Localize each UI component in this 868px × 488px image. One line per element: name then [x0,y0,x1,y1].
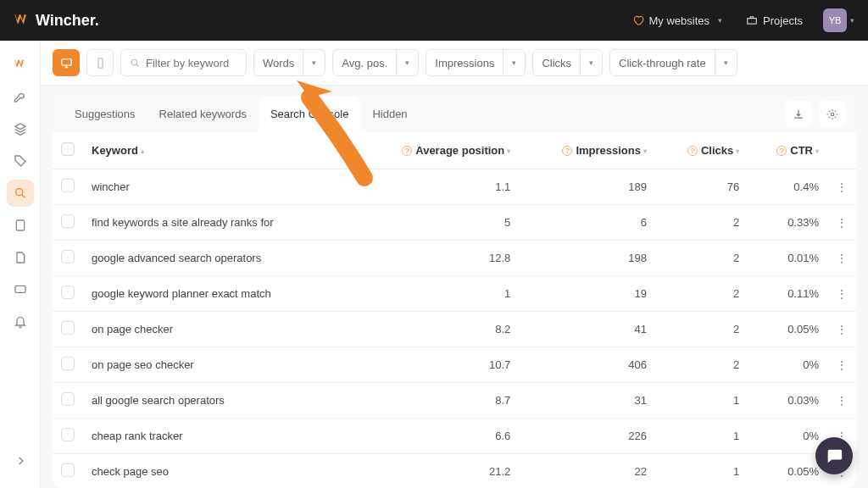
download-button[interactable] [785,101,812,128]
col-ctr[interactable]: ?CTR▾ [748,132,827,169]
row-checkbox[interactable] [61,321,75,335]
cell-ctr: 0.33% [748,205,827,241]
device-desktop-button[interactable] [53,49,80,76]
cell-ctr: 0% [748,347,827,383]
table-wrap: Keyword▴ ?Average position▾ ?Impressions… [53,132,856,488]
heart-icon [632,14,644,26]
col-keyword[interactable]: Keyword▴ [83,132,350,169]
rail-screen[interactable] [7,276,34,303]
svg-point-0 [15,189,22,196]
impressions-filter: Impressions▾ [426,49,526,76]
cell-avgpos: 8.2 [350,312,519,347]
cell-impressions: 226 [519,419,655,454]
row-menu-button[interactable]: ⋮ [827,312,856,347]
cell-clicks: 2 [655,347,748,383]
row-checkbox[interactable] [61,392,75,406]
cell-clicks: 1 [655,419,748,454]
tab-search-console[interactable]: Search Console [259,96,361,132]
words-filter-drop[interactable]: ▾ [303,50,325,75]
cell-keyword: on page seo checker [83,347,350,383]
tabs-row: Suggestions Related keywords Search Cons… [53,96,856,132]
rail-logo[interactable] [7,51,34,78]
col-clicks[interactable]: ?Clicks▾ [655,132,748,169]
filter-bar: Words▾ Avg. pos.▾ Impressions▾ Clicks▾ C… [41,41,868,86]
row-menu-button[interactable]: ⋮ [827,241,856,276]
row-menu-button[interactable]: ⋮ [827,205,856,241]
keyword-filter[interactable] [120,49,247,76]
select-all-checkbox[interactable] [61,142,75,156]
avgpos-filter-drop[interactable]: ▾ [396,50,418,75]
rail-tag[interactable] [7,147,34,175]
row-checkbox[interactable] [61,250,75,263]
cell-impressions: 41 [519,312,655,347]
impressions-filter-label[interactable]: Impressions [426,57,503,69]
cell-ctr: 0.11% [748,276,827,312]
words-filter-label[interactable]: Words [254,57,303,69]
help-icon: ? [776,146,787,156]
table-row: find keywords a site already ranks for56… [53,205,856,241]
table-row: on page seo checker10.740620%⋮ [53,347,856,383]
cell-keyword: cheap rank tracker [83,419,350,454]
cell-ctr: 0.01% [748,241,827,276]
avgpos-filter-label[interactable]: Avg. pos. [333,57,396,69]
my-websites-label: My websites [649,14,710,27]
cell-keyword: check page seo [83,454,350,489]
device-mobile-button[interactable] [86,49,114,76]
chat-launcher[interactable] [815,437,853,474]
table-row: wincher1.1189760.4%⋮ [53,169,856,205]
row-checkbox[interactable] [61,428,75,441]
row-menu-button[interactable]: ⋮ [827,347,856,383]
tab-related[interactable]: Related keywords [147,96,259,132]
col-avgpos[interactable]: ?Average position▾ [350,132,519,169]
row-checkbox[interactable] [61,357,75,370]
briefcase-icon [746,14,758,26]
keyword-filter-input[interactable] [146,57,237,69]
cell-impressions: 406 [519,347,655,383]
row-menu-button[interactable]: ⋮ [827,383,856,419]
rail-search[interactable] [7,180,34,207]
clicks-filter-label[interactable]: Clicks [533,57,580,69]
search-icon [130,58,141,69]
rail-report[interactable] [7,212,34,239]
svg-rect-3 [61,58,70,65]
cell-clicks: 2 [655,276,748,312]
my-websites-menu[interactable]: My websites ▾ [620,14,735,27]
help-icon: ? [402,146,412,156]
svg-rect-4 [98,58,103,67]
row-checkbox[interactable] [61,179,75,192]
row-checkbox[interactable] [61,214,75,228]
tab-hidden[interactable]: Hidden [360,96,419,132]
cell-avgpos: 21.2 [350,454,519,489]
rail-collapse[interactable] [7,447,34,474]
table-row: google keyword planner exact match11920.… [53,276,856,312]
projects-link[interactable]: Projects [734,14,815,27]
chevron-down-icon[interactable]: ▾ [850,16,854,25]
avatar[interactable]: YB [823,8,847,32]
words-filter: Words▾ [253,49,326,76]
rail-layers[interactable] [7,115,34,142]
impressions-filter-drop[interactable]: ▾ [503,50,525,75]
projects-label: Projects [763,14,803,27]
ctr-filter-label[interactable]: Click-through rate [610,57,715,69]
settings-button[interactable] [819,101,846,128]
cell-clicks: 2 [655,241,748,276]
ctr-filter-drop[interactable]: ▾ [715,50,737,75]
chevron-down-icon: ▾ [718,16,722,25]
cell-avgpos: 5 [350,205,519,241]
clicks-filter-drop[interactable]: ▾ [580,50,602,75]
row-checkbox[interactable] [61,286,75,299]
cell-keyword: on page checker [83,312,350,347]
tab-suggestions[interactable]: Suggestions [63,96,147,132]
row-menu-button[interactable]: ⋮ [827,169,856,205]
row-checkbox[interactable] [61,463,75,477]
cell-avgpos: 6.6 [350,419,519,454]
rail-key[interactable] [7,83,34,110]
brand[interactable]: Wincher. [14,12,99,30]
row-menu-button[interactable]: ⋮ [827,276,856,312]
rail-doc[interactable] [7,244,34,271]
col-impressions[interactable]: ?Impressions▾ [519,132,655,169]
card: Suggestions Related keywords Search Cons… [53,96,856,488]
cell-avgpos: 8.7 [350,383,519,419]
svg-point-5 [131,59,137,65]
rail-bell[interactable] [7,308,34,336]
